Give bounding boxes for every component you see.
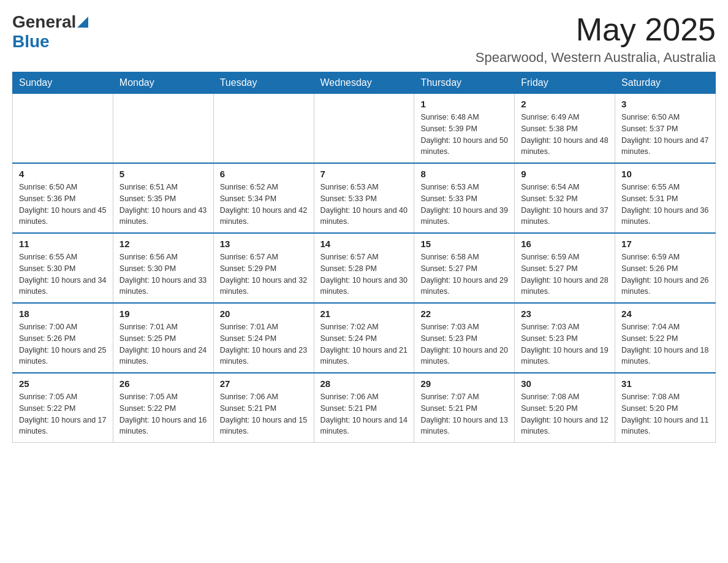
day-number: 25 xyxy=(19,378,107,389)
day-info: Sunrise: 7:03 AM Sunset: 5:23 PM Dayligh… xyxy=(521,321,609,367)
calendar-table: SundayMondayTuesdayWednesdayThursdayFrid… xyxy=(12,72,716,443)
day-info: Sunrise: 6:53 AM Sunset: 5:33 PM Dayligh… xyxy=(420,182,508,228)
day-number: 30 xyxy=(521,378,609,389)
calendar-day-cell: 27Sunrise: 7:06 AM Sunset: 5:21 PM Dayli… xyxy=(213,373,314,443)
logo-triangle-icon xyxy=(77,17,88,28)
calendar-day-cell xyxy=(213,94,314,164)
day-info: Sunrise: 7:02 AM Sunset: 5:24 PM Dayligh… xyxy=(320,321,408,367)
day-number: 18 xyxy=(19,308,107,319)
day-info: Sunrise: 6:56 AM Sunset: 5:30 PM Dayligh… xyxy=(119,251,207,297)
day-number: 13 xyxy=(220,239,308,249)
calendar-week-row: 1Sunrise: 6:48 AM Sunset: 5:39 PM Daylig… xyxy=(13,94,716,164)
calendar-day-cell: 8Sunrise: 6:53 AM Sunset: 5:33 PM Daylig… xyxy=(414,163,515,233)
day-info: Sunrise: 6:57 AM Sunset: 5:28 PM Dayligh… xyxy=(320,251,408,297)
calendar-week-row: 4Sunrise: 6:50 AM Sunset: 5:36 PM Daylig… xyxy=(13,163,716,233)
calendar-header-tuesday: Tuesday xyxy=(213,72,314,94)
logo: General Blue xyxy=(12,12,88,52)
day-info: Sunrise: 7:04 AM Sunset: 5:22 PM Dayligh… xyxy=(621,321,709,367)
day-info: Sunrise: 7:05 AM Sunset: 5:22 PM Dayligh… xyxy=(119,391,207,437)
day-info: Sunrise: 6:51 AM Sunset: 5:35 PM Dayligh… xyxy=(119,182,207,228)
calendar-day-cell: 11Sunrise: 6:55 AM Sunset: 5:30 PM Dayli… xyxy=(13,233,113,303)
day-number: 6 xyxy=(220,169,308,179)
day-number: 14 xyxy=(320,239,408,249)
calendar-header-row: SundayMondayTuesdayWednesdayThursdayFrid… xyxy=(13,72,716,94)
day-number: 10 xyxy=(621,169,709,179)
day-number: 31 xyxy=(621,378,709,389)
day-info: Sunrise: 7:06 AM Sunset: 5:21 PM Dayligh… xyxy=(320,391,408,437)
calendar-day-cell: 29Sunrise: 7:07 AM Sunset: 5:21 PM Dayli… xyxy=(414,373,515,443)
calendar-day-cell: 24Sunrise: 7:04 AM Sunset: 5:22 PM Dayli… xyxy=(615,303,716,373)
day-number: 26 xyxy=(119,378,207,389)
title-section: May 2025 Spearwood, Western Australia, A… xyxy=(476,12,716,66)
calendar-day-cell: 3Sunrise: 6:50 AM Sunset: 5:37 PM Daylig… xyxy=(615,94,716,164)
day-info: Sunrise: 7:08 AM Sunset: 5:20 PM Dayligh… xyxy=(621,391,709,437)
day-number: 20 xyxy=(220,308,308,319)
day-info: Sunrise: 7:01 AM Sunset: 5:24 PM Dayligh… xyxy=(220,321,308,367)
calendar-day-cell: 4Sunrise: 6:50 AM Sunset: 5:36 PM Daylig… xyxy=(13,163,113,233)
day-info: Sunrise: 6:59 AM Sunset: 5:26 PM Dayligh… xyxy=(621,251,709,297)
calendar-day-cell: 6Sunrise: 6:52 AM Sunset: 5:34 PM Daylig… xyxy=(213,163,314,233)
day-number: 29 xyxy=(420,378,508,389)
day-number: 9 xyxy=(521,169,609,179)
day-info: Sunrise: 6:48 AM Sunset: 5:39 PM Dayligh… xyxy=(420,112,508,158)
calendar-day-cell: 20Sunrise: 7:01 AM Sunset: 5:24 PM Dayli… xyxy=(213,303,314,373)
calendar-day-cell: 14Sunrise: 6:57 AM Sunset: 5:28 PM Dayli… xyxy=(314,233,414,303)
calendar-header-monday: Monday xyxy=(113,72,213,94)
day-info: Sunrise: 7:08 AM Sunset: 5:20 PM Dayligh… xyxy=(521,391,609,437)
calendar-header-friday: Friday xyxy=(515,72,615,94)
day-number: 5 xyxy=(119,169,207,179)
calendar-week-row: 25Sunrise: 7:05 AM Sunset: 5:22 PM Dayli… xyxy=(13,373,716,443)
calendar-day-cell: 5Sunrise: 6:51 AM Sunset: 5:35 PM Daylig… xyxy=(113,163,213,233)
page-header: General Blue May 2025 Spearwood, Western… xyxy=(12,12,716,66)
day-number: 21 xyxy=(320,308,408,319)
day-number: 1 xyxy=(420,99,508,109)
day-info: Sunrise: 6:57 AM Sunset: 5:29 PM Dayligh… xyxy=(220,251,308,297)
day-info: Sunrise: 7:05 AM Sunset: 5:22 PM Dayligh… xyxy=(19,391,107,437)
calendar-day-cell: 31Sunrise: 7:08 AM Sunset: 5:20 PM Dayli… xyxy=(615,373,716,443)
day-info: Sunrise: 6:58 AM Sunset: 5:27 PM Dayligh… xyxy=(420,251,508,297)
day-info: Sunrise: 7:03 AM Sunset: 5:23 PM Dayligh… xyxy=(420,321,508,367)
location-subtitle: Spearwood, Western Australia, Australia xyxy=(476,50,716,66)
day-info: Sunrise: 6:55 AM Sunset: 5:30 PM Dayligh… xyxy=(19,251,107,297)
day-number: 8 xyxy=(420,169,508,179)
calendar-day-cell: 19Sunrise: 7:01 AM Sunset: 5:25 PM Dayli… xyxy=(113,303,213,373)
calendar-header-saturday: Saturday xyxy=(615,72,716,94)
calendar-header-thursday: Thursday xyxy=(414,72,515,94)
day-info: Sunrise: 7:07 AM Sunset: 5:21 PM Dayligh… xyxy=(420,391,508,437)
calendar-day-cell: 18Sunrise: 7:00 AM Sunset: 5:26 PM Dayli… xyxy=(13,303,113,373)
calendar-day-cell: 22Sunrise: 7:03 AM Sunset: 5:23 PM Dayli… xyxy=(414,303,515,373)
day-number: 12 xyxy=(119,239,207,249)
calendar-day-cell: 30Sunrise: 7:08 AM Sunset: 5:20 PM Dayli… xyxy=(515,373,615,443)
day-number: 7 xyxy=(320,169,408,179)
calendar-day-cell: 28Sunrise: 7:06 AM Sunset: 5:21 PM Dayli… xyxy=(314,373,414,443)
day-number: 15 xyxy=(420,239,508,249)
day-number: 11 xyxy=(19,239,107,249)
svg-marker-0 xyxy=(77,17,88,28)
calendar-day-cell: 15Sunrise: 6:58 AM Sunset: 5:27 PM Dayli… xyxy=(414,233,515,303)
day-info: Sunrise: 6:52 AM Sunset: 5:34 PM Dayligh… xyxy=(220,182,308,228)
day-info: Sunrise: 6:50 AM Sunset: 5:36 PM Dayligh… xyxy=(19,182,107,228)
calendar-day-cell: 17Sunrise: 6:59 AM Sunset: 5:26 PM Dayli… xyxy=(615,233,716,303)
calendar-day-cell: 26Sunrise: 7:05 AM Sunset: 5:22 PM Dayli… xyxy=(113,373,213,443)
day-number: 17 xyxy=(621,239,709,249)
day-info: Sunrise: 6:50 AM Sunset: 5:37 PM Dayligh… xyxy=(621,112,709,158)
day-number: 24 xyxy=(621,308,709,319)
day-number: 23 xyxy=(521,308,609,319)
calendar-day-cell: 10Sunrise: 6:55 AM Sunset: 5:31 PM Dayli… xyxy=(615,163,716,233)
calendar-day-cell: 25Sunrise: 7:05 AM Sunset: 5:22 PM Dayli… xyxy=(13,373,113,443)
day-number: 19 xyxy=(119,308,207,319)
calendar-day-cell: 23Sunrise: 7:03 AM Sunset: 5:23 PM Dayli… xyxy=(515,303,615,373)
day-number: 2 xyxy=(521,99,609,109)
day-number: 28 xyxy=(320,378,408,389)
day-number: 27 xyxy=(220,378,308,389)
calendar-day-cell xyxy=(113,94,213,164)
logo-blue: Blue xyxy=(12,32,88,52)
day-info: Sunrise: 6:54 AM Sunset: 5:32 PM Dayligh… xyxy=(521,182,609,228)
day-info: Sunrise: 7:01 AM Sunset: 5:25 PM Dayligh… xyxy=(119,321,207,367)
day-info: Sunrise: 6:59 AM Sunset: 5:27 PM Dayligh… xyxy=(521,251,609,297)
calendar-day-cell: 7Sunrise: 6:53 AM Sunset: 5:33 PM Daylig… xyxy=(314,163,414,233)
calendar-day-cell: 21Sunrise: 7:02 AM Sunset: 5:24 PM Dayli… xyxy=(314,303,414,373)
logo-general: General xyxy=(12,12,76,32)
day-info: Sunrise: 7:06 AM Sunset: 5:21 PM Dayligh… xyxy=(220,391,308,437)
day-number: 16 xyxy=(521,239,609,249)
